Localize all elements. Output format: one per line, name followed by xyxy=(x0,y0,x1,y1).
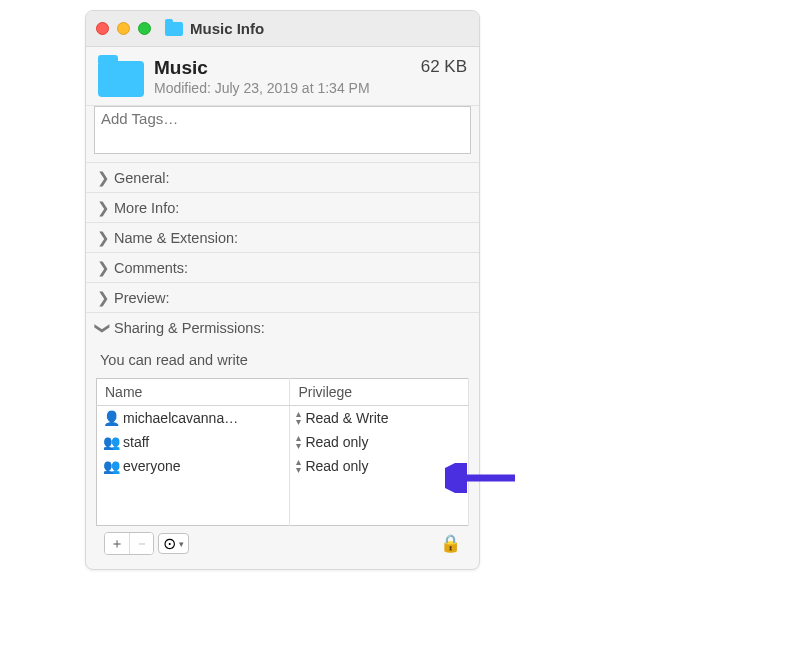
permissions-footer: ＋ － ⊙ ▾ 🔒 xyxy=(96,526,469,563)
section-comments[interactable]: ❯ Comments: xyxy=(86,252,479,282)
permissions-rows: 👤michaelcavanna… ▴▾Read & Write 👥staff ▴… xyxy=(97,406,469,526)
chevron-right-icon: ❯ xyxy=(96,230,110,246)
sharing-summary: You can read and write xyxy=(96,348,469,378)
table-row[interactable]: 👥everyone ▴▾Read only xyxy=(97,454,469,478)
folder-name: Music xyxy=(154,57,421,79)
col-name[interactable]: Name xyxy=(97,379,290,406)
table-row xyxy=(97,478,469,502)
chevron-right-icon: ❯ xyxy=(96,290,110,306)
people-icon: 👥 xyxy=(103,434,119,450)
section-name-extension[interactable]: ❯ Name & Extension: xyxy=(86,222,479,252)
chevron-right-icon: ❯ xyxy=(96,170,110,186)
stepper-icon: ▴▾ xyxy=(296,410,301,426)
table-row[interactable]: 👤michaelcavanna… ▴▾Read & Write xyxy=(97,406,469,430)
sections: ❯ General: ❯ More Info: ❯ Name & Extensi… xyxy=(86,162,479,569)
sharing-body: You can read and write Name Privilege 👤m… xyxy=(86,342,479,569)
folder-icon xyxy=(165,22,183,36)
tags-section xyxy=(86,106,479,162)
privilege-select[interactable]: ▴▾Read & Write xyxy=(296,410,462,426)
window-controls xyxy=(96,22,151,35)
privilege-select[interactable]: ▴▾Read only xyxy=(296,434,462,450)
chevron-down-icon: ❯ xyxy=(95,321,111,335)
add-button[interactable]: ＋ xyxy=(105,533,129,554)
info-window: Music Info Music Modified: July 23, 2019… xyxy=(85,10,480,570)
privilege-value: Read only xyxy=(305,434,368,450)
caret-down-icon: ▾ xyxy=(179,539,184,549)
privilege-value: Read only xyxy=(305,458,368,474)
section-preview[interactable]: ❯ Preview: xyxy=(86,282,479,312)
zoom-icon[interactable] xyxy=(138,22,151,35)
close-icon[interactable] xyxy=(96,22,109,35)
chevron-right-icon: ❯ xyxy=(96,200,110,216)
user-name: everyone xyxy=(123,458,181,474)
section-label: More Info: xyxy=(114,200,179,216)
section-label: Sharing & Permissions: xyxy=(114,320,265,336)
window-title: Music Info xyxy=(190,20,264,37)
section-sharing[interactable]: ❯ Sharing & Permissions: xyxy=(86,312,479,342)
action-menu-button[interactable]: ⊙ ▾ xyxy=(158,533,189,554)
titlebar: Music Info xyxy=(86,11,479,47)
section-label: Name & Extension: xyxy=(114,230,238,246)
user-name: michaelcavanna… xyxy=(123,410,238,426)
stepper-icon: ▴▾ xyxy=(296,434,301,450)
folder-icon xyxy=(98,61,144,97)
section-label: Comments: xyxy=(114,260,188,276)
stepper-icon: ▴▾ xyxy=(296,458,301,474)
info-header: Music Modified: July 23, 2019 at 1:34 PM… xyxy=(86,47,479,106)
remove-button[interactable]: － xyxy=(129,533,153,554)
table-row[interactable]: 👥staff ▴▾Read only xyxy=(97,430,469,454)
permissions-table: Name Privilege 👤michaelcavanna… ▴▾Read &… xyxy=(96,378,469,526)
privilege-select[interactable]: ▴▾Read only xyxy=(296,458,462,474)
section-label: Preview: xyxy=(114,290,170,306)
modified-date: Modified: July 23, 2019 at 1:34 PM xyxy=(154,80,421,96)
minimize-icon[interactable] xyxy=(117,22,130,35)
section-more-info[interactable]: ❯ More Info: xyxy=(86,192,479,222)
table-row xyxy=(97,502,469,526)
chevron-right-icon: ❯ xyxy=(96,260,110,276)
section-general[interactable]: ❯ General: xyxy=(86,162,479,192)
add-remove-segment: ＋ － xyxy=(104,532,154,555)
gear-icon: ⊙ xyxy=(163,534,176,553)
people-icon: 👥 xyxy=(103,458,119,474)
section-label: General: xyxy=(114,170,170,186)
user-name: staff xyxy=(123,434,149,450)
lock-icon[interactable]: 🔒 xyxy=(440,533,461,554)
folder-size: 62 KB xyxy=(421,57,467,77)
tags-input[interactable] xyxy=(94,106,471,154)
col-privilege[interactable]: Privilege xyxy=(290,379,469,406)
privilege-value: Read & Write xyxy=(305,410,388,426)
person-icon: 👤 xyxy=(103,410,119,426)
